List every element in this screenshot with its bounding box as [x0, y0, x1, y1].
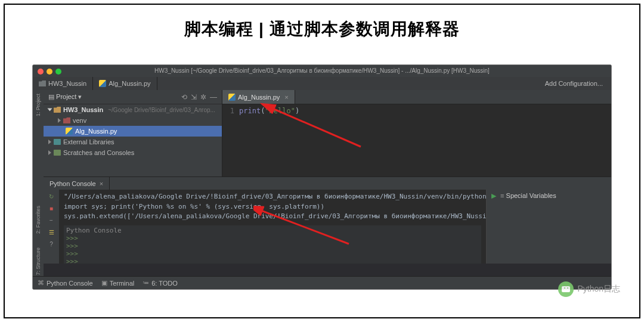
bottom-tab-terminal[interactable]: ▣Terminal — [101, 279, 135, 287]
console-input-section[interactable]: Python Console >>> >>> >>> >>> >>> — [64, 225, 481, 264]
console-toolbar: ↻ ■ − ☰ ? — [44, 190, 59, 264]
console-prompt: >>> — [66, 250, 479, 258]
tree-path: ~/Google Drive/!Bioinf_drive/03_Алгор... — [108, 107, 215, 113]
collapse-icon[interactable]: ⇲ — [191, 93, 197, 101]
folder-icon — [39, 80, 46, 86]
code-editor[interactable]: Alg_Nussin.py × 1 print("Hello") — [222, 90, 611, 177]
folder-icon — [63, 117, 70, 123]
close-icon[interactable]: × — [284, 94, 288, 101]
tool-tab-favorites[interactable]: 2: Favorites — [35, 206, 41, 234]
console-line: "/Users/alena_paliakova/Google Drive/!Bi… — [64, 192, 481, 202]
filter-icon[interactable]: ☰ — [47, 228, 55, 236]
play-icon: ▶ — [491, 192, 496, 199]
crumb-project[interactable]: HW3_Nussin — [33, 77, 93, 90]
tree-label: Scratches and Consoles — [63, 149, 134, 156]
tool-tab-project[interactable]: 1: Project — [35, 94, 41, 116]
add-configuration-button[interactable]: Add Configuration... — [545, 80, 603, 87]
code-line[interactable]: print("Hello") — [239, 107, 299, 115]
watermark: Python日志 — [558, 281, 620, 297]
console-line: import sys; print('Python %s on %s' % (s… — [64, 202, 481, 212]
bottom-tab-console[interactable]: ⌘Python Console — [38, 279, 93, 287]
python-icon — [228, 94, 236, 101]
rerun-icon[interactable]: ↻ — [47, 192, 55, 200]
special-vars-label: Special Variables — [506, 192, 556, 199]
minimize-icon[interactable] — [47, 69, 52, 75]
line-number: 1 — [222, 107, 239, 115]
tree-label: Alg_Nussin.py — [75, 128, 117, 135]
chevron-right-icon — [48, 140, 51, 144]
library-icon — [54, 139, 61, 145]
variables-panel[interactable]: ▶ ≡ Special Variables — [486, 190, 611, 264]
settings-icon[interactable]: ✲ — [200, 93, 206, 101]
tool-tab-structure[interactable]: 7: Structure — [35, 247, 41, 275]
bottom-tab-todo[interactable]: ≔6: TODO — [143, 279, 178, 287]
project-sidebar: ▤ Project ▾ ⟲ ⇲ ✲ — HW3_Nussin ~/Google … — [44, 90, 222, 177]
wechat-icon — [558, 281, 574, 297]
folder-icon — [54, 107, 61, 113]
tree-label: venv — [73, 117, 86, 124]
window-controls[interactable] — [38, 69, 61, 75]
slide-title: 脚本编程 | 通过脚本参数调用解释器 — [5, 18, 639, 41]
sidebar-title: ▤ Project ▾ — [48, 93, 82, 101]
console-prompt: >>> — [66, 234, 479, 242]
stop-icon[interactable]: ■ — [47, 204, 55, 212]
python-icon — [99, 80, 106, 87]
console-input-label: Python Console — [66, 227, 479, 234]
crumb-label: HW3_Nussin — [48, 80, 86, 87]
crumb-file[interactable]: Alg_Nussin.py — [93, 77, 157, 90]
terminal-icon: ▣ — [101, 279, 107, 287]
tree-item-file-selected[interactable]: Alg_Nussin.py — [44, 126, 222, 137]
breadcrumb-bar: HW3_Nussin Alg_Nussin.py Add Configurati… — [33, 77, 611, 90]
minus-icon[interactable]: − — [47, 216, 55, 224]
console-output[interactable]: "/Users/alena_paliakova/Google Drive/!Bi… — [59, 190, 486, 264]
console-prompt: >>> — [66, 258, 479, 264]
console-prompt: >>> — [66, 242, 479, 250]
editor-tab[interactable]: Alg_Nussin.py × — [222, 90, 295, 104]
tree-item-scratches[interactable]: Scratches and Consoles — [44, 147, 222, 158]
sync-icon[interactable]: ⟲ — [181, 93, 187, 101]
tree-root[interactable]: HW3_Nussin ~/Google Drive/!Bioinf_drive/… — [44, 104, 222, 115]
python-icon — [66, 128, 73, 135]
console-icon: ⌘ — [38, 279, 44, 287]
console-tab[interactable]: Python Console× — [44, 177, 110, 190]
crumb-label: Alg_Nussin.py — [109, 80, 150, 87]
tree-item-venv[interactable]: venv — [44, 115, 222, 126]
chevron-right-icon — [48, 150, 51, 155]
close-icon[interactable] — [38, 69, 44, 75]
console-line: sys.path.extend(['/Users/alena_paliakova… — [64, 212, 481, 222]
tree-item-libs[interactable]: External Libraries — [44, 137, 222, 147]
editor-tab-label: Alg_Nussin.py — [238, 94, 280, 101]
bottom-bar: ⌘Python Console ▣Terminal ≔6: TODO — [33, 276, 611, 289]
maximize-icon[interactable] — [55, 69, 61, 75]
tree-label: External Libraries — [63, 138, 114, 145]
tree-label: HW3_Nussin — [63, 106, 103, 113]
titlebar: HW3_Nussin [~/Google Drive/Bioinf_drive/… — [33, 65, 611, 77]
chevron-down-icon — [48, 109, 52, 112]
watermark-text: Python日志 — [577, 284, 620, 295]
chevron-right-icon — [58, 118, 61, 123]
ide-window: HW3_Nussin [~/Google Drive/Bioinf_drive/… — [32, 64, 612, 290]
sidebar-header: ▤ Project ▾ ⟲ ⇲ ✲ — — [44, 90, 222, 104]
scratch-icon — [54, 150, 61, 156]
todo-icon: ≔ — [143, 279, 149, 287]
hide-icon[interactable]: — — [210, 93, 217, 101]
help-icon[interactable]: ? — [47, 240, 55, 248]
